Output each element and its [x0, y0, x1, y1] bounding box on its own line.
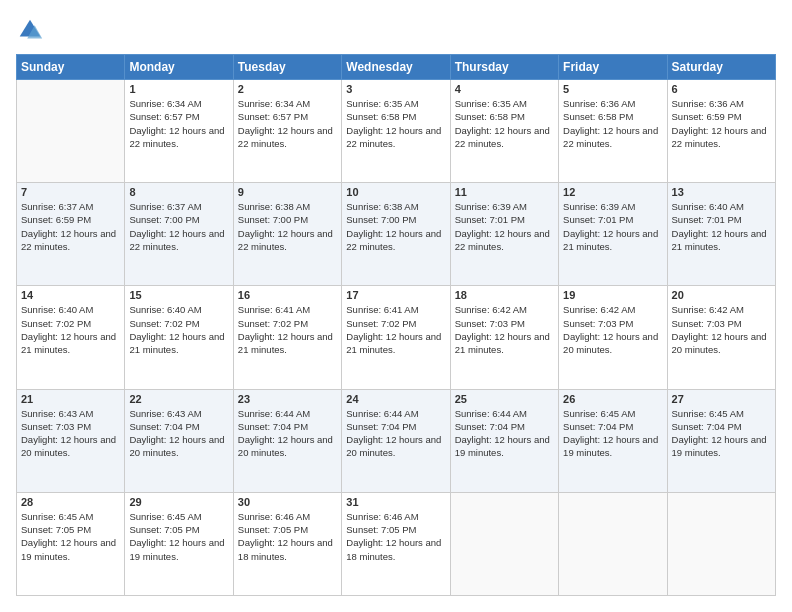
sunrise-label: Sunrise: 6:42 AM — [672, 304, 744, 315]
sunrise-label: Sunrise: 6:43 AM — [129, 408, 201, 419]
day-info: Sunrise: 6:37 AM Sunset: 6:59 PM Dayligh… — [21, 200, 120, 253]
sunset-label: Sunset: 7:04 PM — [672, 421, 742, 432]
daylight-label: Daylight: 12 hours and 21 minutes. — [346, 331, 441, 355]
page: SundayMondayTuesdayWednesdayThursdayFrid… — [0, 0, 792, 612]
sunset-label: Sunset: 7:05 PM — [129, 524, 199, 535]
sunset-label: Sunset: 6:58 PM — [346, 111, 416, 122]
day-number: 14 — [21, 289, 120, 301]
sunset-label: Sunset: 7:03 PM — [21, 421, 91, 432]
calendar-cell: 13 Sunrise: 6:40 AM Sunset: 7:01 PM Dayl… — [667, 183, 775, 286]
sunrise-label: Sunrise: 6:46 AM — [238, 511, 310, 522]
day-info: Sunrise: 6:45 AM Sunset: 7:05 PM Dayligh… — [129, 510, 228, 563]
daylight-label: Daylight: 12 hours and 20 minutes. — [346, 434, 441, 458]
sunset-label: Sunset: 7:02 PM — [21, 318, 91, 329]
day-info: Sunrise: 6:44 AM Sunset: 7:04 PM Dayligh… — [455, 407, 554, 460]
calendar-cell: 18 Sunrise: 6:42 AM Sunset: 7:03 PM Dayl… — [450, 286, 558, 389]
sunrise-label: Sunrise: 6:45 AM — [21, 511, 93, 522]
calendar-cell — [667, 492, 775, 595]
calendar-cell: 25 Sunrise: 6:44 AM Sunset: 7:04 PM Dayl… — [450, 389, 558, 492]
sunrise-label: Sunrise: 6:36 AM — [563, 98, 635, 109]
day-info: Sunrise: 6:46 AM Sunset: 7:05 PM Dayligh… — [346, 510, 445, 563]
sunset-label: Sunset: 6:57 PM — [129, 111, 199, 122]
calendar-cell — [559, 492, 667, 595]
sunset-label: Sunset: 7:04 PM — [129, 421, 199, 432]
day-header-thursday: Thursday — [450, 55, 558, 80]
day-number: 26 — [563, 393, 662, 405]
day-number: 25 — [455, 393, 554, 405]
sunset-label: Sunset: 7:02 PM — [129, 318, 199, 329]
daylight-label: Daylight: 12 hours and 18 minutes. — [238, 537, 333, 561]
day-info: Sunrise: 6:45 AM Sunset: 7:05 PM Dayligh… — [21, 510, 120, 563]
sunrise-label: Sunrise: 6:45 AM — [563, 408, 635, 419]
sunset-label: Sunset: 7:02 PM — [238, 318, 308, 329]
daylight-label: Daylight: 12 hours and 22 minutes. — [672, 125, 767, 149]
calendar-week-3: 14 Sunrise: 6:40 AM Sunset: 7:02 PM Dayl… — [17, 286, 776, 389]
day-header-tuesday: Tuesday — [233, 55, 341, 80]
daylight-label: Daylight: 12 hours and 20 minutes. — [129, 434, 224, 458]
calendar-cell: 22 Sunrise: 6:43 AM Sunset: 7:04 PM Dayl… — [125, 389, 233, 492]
daylight-label: Daylight: 12 hours and 22 minutes. — [129, 125, 224, 149]
sunset-label: Sunset: 7:02 PM — [346, 318, 416, 329]
sunrise-label: Sunrise: 6:39 AM — [455, 201, 527, 212]
sunset-label: Sunset: 7:05 PM — [346, 524, 416, 535]
daylight-label: Daylight: 12 hours and 21 minutes. — [129, 331, 224, 355]
calendar-cell: 17 Sunrise: 6:41 AM Sunset: 7:02 PM Dayl… — [342, 286, 450, 389]
calendar-cell: 20 Sunrise: 6:42 AM Sunset: 7:03 PM Dayl… — [667, 286, 775, 389]
sunrise-label: Sunrise: 6:35 AM — [455, 98, 527, 109]
day-number: 1 — [129, 83, 228, 95]
daylight-label: Daylight: 12 hours and 22 minutes. — [346, 125, 441, 149]
sunrise-label: Sunrise: 6:42 AM — [563, 304, 635, 315]
sunrise-label: Sunrise: 6:40 AM — [129, 304, 201, 315]
day-number: 10 — [346, 186, 445, 198]
calendar-cell: 6 Sunrise: 6:36 AM Sunset: 6:59 PM Dayli… — [667, 80, 775, 183]
sunrise-label: Sunrise: 6:36 AM — [672, 98, 744, 109]
day-number: 30 — [238, 496, 337, 508]
day-number: 4 — [455, 83, 554, 95]
day-info: Sunrise: 6:45 AM Sunset: 7:04 PM Dayligh… — [672, 407, 771, 460]
sunrise-label: Sunrise: 6:44 AM — [238, 408, 310, 419]
day-number: 6 — [672, 83, 771, 95]
day-header-saturday: Saturday — [667, 55, 775, 80]
sunrise-label: Sunrise: 6:38 AM — [238, 201, 310, 212]
sunrise-label: Sunrise: 6:38 AM — [346, 201, 418, 212]
sunset-label: Sunset: 7:04 PM — [455, 421, 525, 432]
logo — [16, 16, 48, 44]
day-info: Sunrise: 6:35 AM Sunset: 6:58 PM Dayligh… — [455, 97, 554, 150]
calendar-cell: 24 Sunrise: 6:44 AM Sunset: 7:04 PM Dayl… — [342, 389, 450, 492]
daylight-label: Daylight: 12 hours and 21 minutes. — [455, 331, 550, 355]
day-number: 2 — [238, 83, 337, 95]
daylight-label: Daylight: 12 hours and 19 minutes. — [455, 434, 550, 458]
daylight-label: Daylight: 12 hours and 21 minutes. — [672, 228, 767, 252]
sunset-label: Sunset: 7:03 PM — [455, 318, 525, 329]
daylight-label: Daylight: 12 hours and 21 minutes. — [238, 331, 333, 355]
day-info: Sunrise: 6:42 AM Sunset: 7:03 PM Dayligh… — [563, 303, 662, 356]
day-info: Sunrise: 6:42 AM Sunset: 7:03 PM Dayligh… — [455, 303, 554, 356]
calendar-week-1: 1 Sunrise: 6:34 AM Sunset: 6:57 PM Dayli… — [17, 80, 776, 183]
day-number: 15 — [129, 289, 228, 301]
sunset-label: Sunset: 6:59 PM — [672, 111, 742, 122]
sunrise-label: Sunrise: 6:35 AM — [346, 98, 418, 109]
daylight-label: Daylight: 12 hours and 22 minutes. — [129, 228, 224, 252]
day-header-monday: Monday — [125, 55, 233, 80]
day-number: 11 — [455, 186, 554, 198]
day-number: 24 — [346, 393, 445, 405]
day-number: 22 — [129, 393, 228, 405]
day-number: 21 — [21, 393, 120, 405]
calendar-cell: 31 Sunrise: 6:46 AM Sunset: 7:05 PM Dayl… — [342, 492, 450, 595]
day-header-wednesday: Wednesday — [342, 55, 450, 80]
day-number: 8 — [129, 186, 228, 198]
calendar-week-5: 28 Sunrise: 6:45 AM Sunset: 7:05 PM Dayl… — [17, 492, 776, 595]
sunset-label: Sunset: 7:01 PM — [672, 214, 742, 225]
sunrise-label: Sunrise: 6:44 AM — [346, 408, 418, 419]
sunset-label: Sunset: 7:00 PM — [238, 214, 308, 225]
header — [16, 16, 776, 44]
calendar-cell: 7 Sunrise: 6:37 AM Sunset: 6:59 PM Dayli… — [17, 183, 125, 286]
day-number: 19 — [563, 289, 662, 301]
sunrise-label: Sunrise: 6:34 AM — [129, 98, 201, 109]
day-number: 31 — [346, 496, 445, 508]
day-number: 13 — [672, 186, 771, 198]
daylight-label: Daylight: 12 hours and 22 minutes. — [455, 125, 550, 149]
day-number: 12 — [563, 186, 662, 198]
calendar-cell: 8 Sunrise: 6:37 AM Sunset: 7:00 PM Dayli… — [125, 183, 233, 286]
day-info: Sunrise: 6:44 AM Sunset: 7:04 PM Dayligh… — [346, 407, 445, 460]
